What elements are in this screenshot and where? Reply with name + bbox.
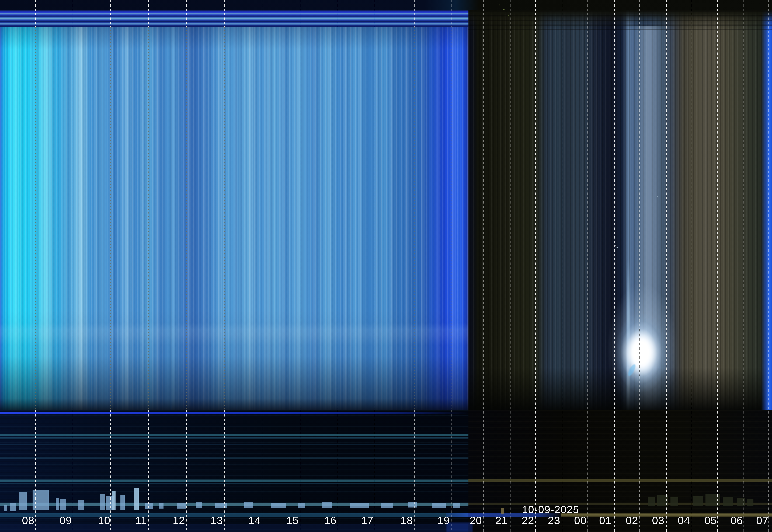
bottom-blue-patch [447, 522, 473, 532]
hour-gridline [483, 0, 484, 532]
night-silhouette [648, 497, 655, 506]
horizon-teal-line [0, 503, 469, 506]
hour-gridline [535, 0, 536, 532]
hour-gridline [338, 27, 338, 410]
hour-gridline [692, 0, 692, 532]
hour-gridline [148, 27, 149, 410]
hour-gridline [666, 0, 667, 532]
hour-gridline [72, 0, 72, 27]
building-silhouette [78, 500, 84, 510]
hour-gridline [110, 410, 111, 532]
hour-gridline [451, 410, 452, 532]
dark-cloud-streak [170, 27, 172, 409]
hour-gridline [414, 410, 415, 532]
night-silhouette [723, 497, 733, 506]
hour-label-10: 10 [98, 515, 110, 526]
day-top-stripe-bands [0, 10, 469, 27]
building-silhouette [297, 503, 305, 508]
day-haze-band [0, 323, 469, 346]
building-silhouette [120, 495, 125, 510]
building-silhouette [381, 503, 393, 508]
hour-label-00: 00 [574, 515, 587, 526]
hour-gridline [186, 0, 187, 27]
building-silhouette [244, 502, 253, 508]
day-sky-shading [0, 26, 469, 410]
hour-gridline [338, 410, 338, 532]
hour-label-01: 01 [599, 515, 612, 526]
hour-gridline [414, 27, 415, 410]
hour-label-08: 08 [22, 515, 34, 526]
hour-gridline [110, 27, 111, 410]
hour-label-20: 20 [470, 515, 482, 526]
khaki-speck [501, 508, 504, 514]
building-silhouette [112, 491, 115, 510]
date-label: 10-09-2025 [522, 505, 579, 515]
night-silhouette [706, 494, 720, 506]
night-silhouette [737, 498, 745, 506]
horizon-stripe [0, 479, 469, 482]
building-silhouette [19, 492, 27, 510]
hour-gridline [300, 27, 300, 410]
building-silhouette [215, 503, 227, 508]
building-silhouette [271, 503, 286, 508]
morning-twilight-strip [761, 7, 772, 410]
star-speck [617, 247, 618, 248]
gridline-over-moon [640, 329, 640, 376]
hour-label-12: 12 [173, 515, 185, 526]
hour-label-05: 05 [704, 515, 717, 526]
hour-gridline [186, 410, 187, 532]
hour-gridline [148, 410, 149, 532]
hour-label-06: 06 [731, 515, 743, 526]
hour-gridline [186, 27, 187, 410]
building-silhouette [432, 503, 446, 508]
horizon-stripe [0, 457, 469, 459]
hour-gridline [300, 410, 300, 532]
hour-label-23: 23 [548, 515, 560, 526]
hour-gridline [451, 27, 452, 410]
hour-label-11: 11 [135, 515, 147, 526]
hour-gridline [769, 0, 769, 532]
hour-gridline [640, 0, 640, 532]
hour-label-13: 13 [211, 515, 223, 526]
hour-label-21: 21 [496, 515, 508, 526]
hour-gridline [300, 0, 300, 27]
hour-label-03: 03 [652, 515, 665, 526]
hour-gridline [72, 410, 72, 532]
hour-gridline [743, 0, 743, 532]
night-silhouette [671, 497, 678, 506]
hour-gridline [451, 0, 452, 27]
horizon-stripe [0, 434, 469, 436]
horizon-stripe [0, 483, 469, 484]
hour-gridline [110, 0, 111, 27]
hour-gridline [35, 0, 36, 27]
hour-gridline [374, 27, 375, 410]
hour-gridline [614, 0, 615, 532]
building-silhouette [350, 503, 369, 508]
hour-label-18: 18 [401, 515, 413, 526]
building-silhouette [10, 503, 16, 511]
hour-label-02: 02 [626, 515, 638, 526]
hour-label-16: 16 [324, 515, 336, 526]
building-silhouette [33, 490, 49, 510]
night-silhouette [747, 499, 753, 506]
building-silhouette [322, 502, 332, 508]
hour-gridline [414, 0, 415, 27]
hour-label-15: 15 [286, 515, 299, 526]
hour-gridline [262, 0, 262, 27]
hour-gridline [35, 27, 36, 410]
hour-label-14: 14 [248, 515, 261, 526]
star-speck [499, 5, 500, 5]
sunset-blue-line [0, 412, 469, 414]
hour-gridline [587, 0, 588, 532]
building-silhouette [159, 503, 163, 509]
hour-gridline [374, 410, 375, 532]
building-silhouette [177, 503, 186, 509]
hour-gridline [262, 27, 262, 410]
hour-gridline [148, 0, 149, 27]
hour-label-17: 17 [361, 515, 373, 526]
hour-gridline [35, 410, 36, 532]
star-speck [615, 245, 617, 246]
hour-gridline [224, 410, 225, 532]
night-silhouette [693, 496, 703, 506]
moon [634, 343, 649, 363]
